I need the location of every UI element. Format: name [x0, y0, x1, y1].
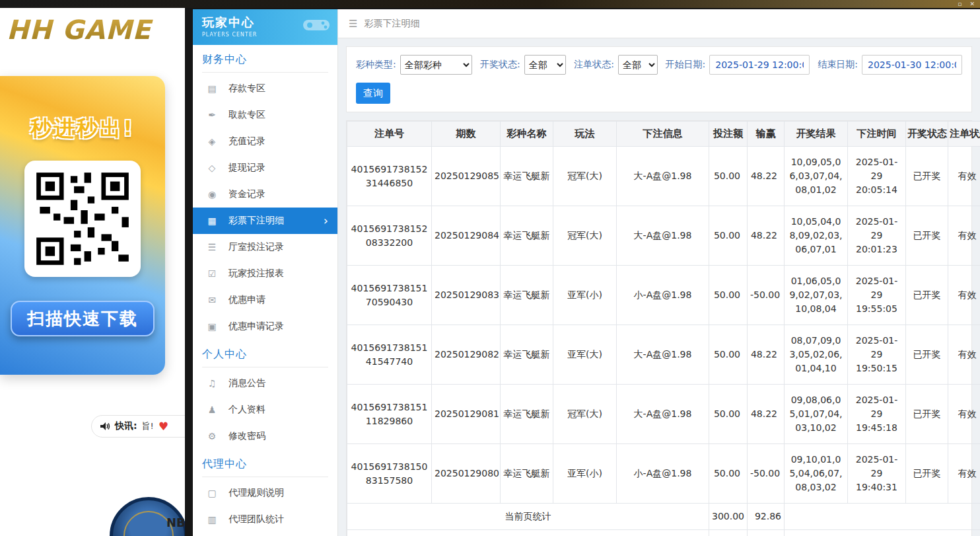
sidebar: 玩家中心 PLAYERS CENTER 财务中心▤存款专区✒取款专区◈充值记录◇… [193, 9, 338, 536]
table-cell: 已开奖 [906, 444, 948, 504]
table-body: 40156917381523144685020250129085幸运飞艇新冠军(… [347, 147, 980, 536]
agent-rules-doc-icon: ▢ [206, 488, 218, 498]
start-date-label: 开始日期: [666, 59, 706, 71]
table-cell: 2025-01-29 20:05:14 [848, 147, 906, 206]
sidebar-item-0-5[interactable]: ▦彩票下注明细› [193, 208, 337, 234]
table-cell: 20250129082 [432, 325, 501, 385]
promo-banner: 秒进秒出! 扫描快速下载 [0, 76, 165, 375]
sidebar-item-0-8[interactable]: ✉优惠申请 [193, 287, 337, 313]
table-row: 40156917381520833220020250129084幸运飞艇新冠军(… [347, 206, 980, 266]
lottery-type-select[interactable]: 全部彩种 [400, 55, 472, 75]
scan-download-button[interactable]: 扫描快速下载 [11, 301, 155, 336]
sidebar-item-0-3[interactable]: ◇提现记录 [193, 155, 337, 181]
sidebar-item-1-0[interactable]: ♫消息公告 [193, 370, 337, 397]
table-cell: 10,05,04,08,09,02,03,06,07,01 [785, 206, 848, 266]
gear-icon: ⚙ [206, 431, 218, 441]
sidebar-item-label: 厅室投注记录 [228, 241, 284, 253]
table-cell: 2025-01-29 19:45:18 [848, 385, 906, 444]
table-cell: 2025-01-29 19:55:05 [848, 266, 906, 325]
bet-records-table-card: 注单号期数彩种名称玩法下注信息投注额输赢开奖结果下注时间开奖状态注单状态 401… [346, 120, 972, 536]
sidebar-item-0-9[interactable]: ▣优惠申请记录 [193, 313, 337, 340]
table-cell: 401569173815111829860 [347, 385, 432, 444]
close-window-icon[interactable]: ✕ [969, 1, 975, 7]
player-report-icon: ☑ [206, 268, 218, 279]
table-cell: 亚军(大) [553, 325, 617, 385]
sidebar-item-0-1[interactable]: ✒取款专区 [193, 102, 337, 128]
sidebar-item-0-4[interactable]: ◉资金记录 [193, 181, 337, 208]
table-cell: 20250129085 [432, 147, 501, 206]
draw-status-label: 开奖状态: [480, 59, 520, 71]
table-cell: 冠军(大) [553, 206, 617, 266]
table-cell: 大-A盘@1.98 [617, 385, 709, 444]
sidebar-section-title-0: 财务中心 [202, 53, 328, 73]
agent-team-stats-icon: ▥ [206, 514, 218, 525]
table-cell: 已开奖 [906, 147, 948, 206]
window-titlebar: ▫ ✕ [0, 0, 980, 8]
summary-bet-total: 300.00 [709, 504, 748, 530]
players-center-panel: 玩家中心 PLAYERS CENTER 财务中心▤存款专区✒取款专区◈充值记录◇… [193, 9, 980, 536]
bet-records-table: 注单号期数彩种名称玩法下注信息投注额输赢开奖结果下注时间开奖状态注单状态 401… [347, 121, 980, 536]
end-date-input[interactable] [862, 55, 962, 75]
sidebar-item-2-0[interactable]: ▢代理规则说明 [193, 480, 337, 506]
sidebar-item-0-7[interactable]: ☑玩家投注报表 [193, 260, 337, 287]
sidebar-item-2-1[interactable]: ▥代理团队统计 [193, 506, 337, 533]
table-cell: 幸运飞艇新 [501, 266, 553, 325]
main-area: ☰ 彩票下注明细 彩种类型: 全部彩种 开奖状态: 全部 注单状态: 全部 开始… [338, 9, 980, 536]
promo-headline: 秒进秒出! [30, 114, 135, 143]
table-cell: 小-A盘@1.98 [617, 444, 709, 504]
column-header: 开奖状态 [906, 122, 948, 147]
sidebar-item-0-2[interactable]: ◈充值记录 [193, 128, 337, 155]
table-cell: 已开奖 [906, 266, 948, 325]
table-cell: 2025-01-29 20:01:23 [848, 206, 906, 266]
table-cell: 09,08,06,05,01,07,04,03,10,02 [785, 385, 848, 444]
table-cell: 有效 [948, 266, 980, 325]
withdraw-icon: ✒ [206, 110, 218, 120]
table-cell: 幸运飞艇新 [501, 325, 553, 385]
table-cell: 401569173815170590430 [347, 266, 432, 325]
table-cell: 08,07,09,03,05,02,06,01,04,10 [785, 325, 848, 385]
draw-status-select[interactable]: 全部 [524, 55, 567, 75]
news-ticker[interactable]: 快讯: 旨! ♥ [91, 415, 185, 438]
sidebar-item-label: 存款专区 [228, 83, 265, 95]
table-cell: -50.00 [748, 444, 785, 504]
table-cell: 48.22 [748, 147, 785, 206]
sidebar-item-0-0[interactable]: ▤存款专区 [193, 75, 337, 102]
start-date-input[interactable] [709, 55, 810, 75]
sidebar-header: 玩家中心 PLAYERS CENTER [193, 9, 337, 45]
restore-window-icon[interactable]: ▫ [958, 1, 962, 7]
sidebar-item-1-2[interactable]: ⚙修改密码 [193, 423, 337, 449]
summary-row: 当前页统计300.0092.86 [347, 504, 980, 530]
sidebar-item-label: 充值记录 [228, 135, 265, 147]
order-status-select[interactable]: 全部 [618, 55, 658, 75]
sidebar-item-label: 个人资料 [228, 404, 265, 416]
qr-code-image [33, 169, 132, 268]
ticker-text: 旨! [142, 420, 154, 432]
hamburger-menu-icon[interactable]: ☰ [349, 18, 357, 30]
summary-winloss-total: 92.86 [748, 504, 785, 530]
gamepad-icon [302, 15, 331, 34]
table-cell: 已开奖 [906, 206, 948, 266]
table-cell: 20250129083 [432, 266, 501, 325]
announcement-bell-icon: ♫ [206, 378, 218, 389]
sidebar-item-label: 取款专区 [228, 109, 265, 121]
background-page: HH GAME 秒进秒出! 扫描快速下载 [0, 0, 185, 536]
table-cell: 幸运飞艇新 [501, 147, 553, 206]
table-cell: 50.00 [709, 266, 748, 325]
table-header-row: 注单号期数彩种名称玩法下注信息投注额输赢开奖结果下注时间开奖状态注单状态 [347, 122, 980, 147]
table-row: 40156917381523144685020250129085幸运飞艇新冠军(… [347, 147, 980, 206]
table-cell: 48.22 [748, 325, 785, 385]
column-header: 投注额 [709, 122, 748, 147]
table-cell: 401569173815141547740 [347, 325, 432, 385]
promo-apply-icon: ✉ [206, 295, 218, 305]
content-topbar: ☰ 彩票下注明细 [338, 9, 980, 38]
sidebar-item-label: 优惠申请 [228, 294, 265, 306]
sidebar-item-0-6[interactable]: ☰厅室投注记录 [193, 234, 337, 260]
query-button[interactable]: 查询 [356, 83, 390, 104]
summary-label: 当前页统计 [347, 504, 709, 530]
table-cell: 小-A盘@1.98 [617, 266, 709, 325]
table-cell: 有效 [948, 206, 980, 266]
table-cell: 01,06,05,09,02,07,03,10,08,04 [785, 266, 848, 325]
sidebar-item-label: 玩家投注报表 [228, 268, 284, 280]
sidebar-item-1-1[interactable]: ♟个人资料 [193, 397, 337, 423]
table-cell: 冠军(大) [553, 147, 617, 206]
